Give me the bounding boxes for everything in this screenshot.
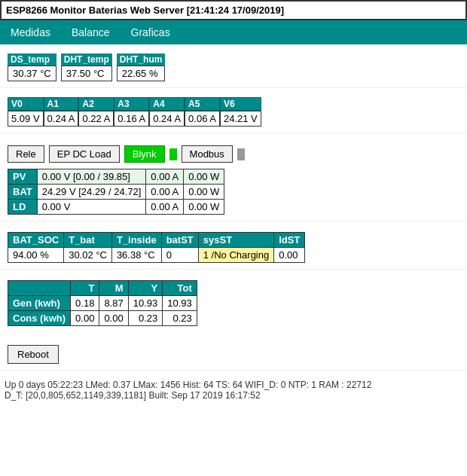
energy-cell-tot: 0.23 [163,311,197,326]
pv-row: PV 0.00 V [0.00 / 39.85] 0.00 A 0.00 W [8,169,224,185]
footer: Up 0 days 05:22:23 LMed: 0.37 LMax: 1456… [0,380,467,401]
dht-hum-value: 22.65 % [117,66,166,81]
v-value-v6: 24.21 V [220,111,261,127]
energy-col-y: Y [128,281,163,296]
reboot-button[interactable]: Reboot [8,345,59,364]
energy-cell-m: 0.00 [99,311,128,326]
pv-bat-ld-table: PV 0.00 V [0.00 / 39.85] 0.00 A 0.00 W B… [8,169,224,215]
blynk-indicator [169,148,177,160]
nav-bar: Medidas Balance Graficas [0,20,467,44]
sysst-value: 1 /No Charging [198,248,273,263]
energy-row: Cons (kwh)0.000.000.230.23 [8,311,197,326]
v-value-a3: 0.16 A [114,111,149,127]
bat-soc-value: 94.00 % [8,248,64,263]
nav-medidas[interactable]: Medidas [8,25,53,40]
bat-label: BAT [8,185,38,200]
v-cell-a1: A10.24 A [44,97,79,127]
t-bat-value: 30.02 °C [64,248,112,263]
energy-cell-t: 0.00 [71,311,99,326]
dht-temp-value: 37.50 °C [61,66,112,81]
v-cell-v0: V05.09 V [8,97,44,127]
ep-dc-load-button[interactable]: EP DC Load [49,145,120,163]
sysst-label: sysST [198,233,273,248]
modbus-button[interactable]: Modbus [182,145,233,163]
energy-col-m: M [99,281,128,296]
v-value-a2: 0.22 A [78,111,114,127]
v-label-a4: A4 [149,97,185,111]
ldst-value: 0.00 [274,248,305,263]
bat-row: BAT 24.29 V [24.29 / 24.72] 0.00 A 0.00 … [8,185,224,200]
status-table: BAT_SOC T_bat T_inside batST sysST ldST … [8,232,305,263]
energy-section: TMYTotGen (kwh)0.188.8710.9310.93Cons (k… [0,270,467,371]
dht-temp-cell: DHT_temp 37.50 °C [61,53,112,81]
energy-cell-t: 0.18 [71,296,99,311]
v-label-a5: A5 [185,97,220,111]
dht-hum-cell: DHT_hum 22.65 % [117,53,166,81]
app-title: ESP8266 Monitor Baterias Web Server [6,5,184,16]
title-bar: ESP8266 Monitor Baterias Web Server [21:… [0,0,467,20]
energy-table: TMYTotGen (kwh)0.188.8710.9310.93Cons (k… [8,280,197,326]
ds-temp-value: 30.37 °C [8,66,56,81]
energy-col-tot: Tot [163,281,197,296]
v-cell-a5: A50.06 A [185,97,220,127]
energy-col- [8,281,71,296]
v-value-a1: 0.24 A [44,111,79,127]
status-header-row: BAT_SOC T_bat T_inside batST sysST ldST [8,233,305,248]
status-section: BAT_SOC T_bat T_inside batST sysST ldST … [0,221,467,270]
energy-cell-label: Cons (kwh) [8,311,71,326]
ds-temp-label: DS_temp [8,53,56,66]
batst-label: batST [161,233,198,248]
v-cell-a3: A30.16 A [114,97,149,127]
t-inside-label: T_inside [111,233,161,248]
t-bat-label: T_bat [64,233,112,248]
nav-graficas[interactable]: Graficas [128,25,173,40]
energy-cell-label: Gen (kwh) [8,296,71,311]
status-value-row: 94.00 % 30.02 °C 36.38 °C 0 1 /No Chargi… [8,248,305,263]
pv-power: 0.00 W [184,169,224,185]
ld-row: LD 0.00 V 0.00 A 0.00 W [8,200,224,215]
nav-balance[interactable]: Balance [69,25,113,40]
v-value-a4: 0.24 A [149,111,185,127]
v-label-v6: V6 [220,97,261,111]
ld-power: 0.00 W [184,200,224,215]
energy-col-t: T [71,281,99,296]
dht-hum-label: DHT_hum [117,53,166,66]
buttons-section: Rele EP DC Load Blynk Modbus PV 0.00 V [… [0,133,467,221]
v-value-v0: 5.09 V [8,111,44,127]
v-label-a2: A2 [78,97,114,111]
v-label-a3: A3 [114,97,149,111]
footer-line2: D_T: [20,0,805,652,1149,339,1181] Built:… [5,390,462,401]
bat-voltage: 24.29 V [24.29 / 24.72] [37,185,146,200]
ldst-label: ldST [274,233,305,248]
pv-voltage: 0.00 V [0.00 / 39.85] [37,169,146,185]
bat-current: 0.00 A [146,185,184,200]
timestamp: [21:41:24 17/09/2019] [187,5,284,16]
dht-temp-label: DHT_temp [61,53,112,66]
sensors-section: DS_temp 30.37 °C DHT_temp 37.50 °C DHT_h… [0,44,467,88]
v-cell-v6: V624.21 V [220,97,261,127]
t-inside-value: 36.38 °C [111,248,161,263]
energy-cell-tot: 10.93 [163,296,197,311]
ld-current: 0.00 A [146,200,184,215]
ds-temp-cell: DS_temp 30.37 °C [8,53,56,81]
btn-row: Rele EP DC Load Blynk Modbus [8,145,459,163]
sensor-row: DS_temp 30.37 °C DHT_temp 37.50 °C DHT_h… [8,53,459,81]
energy-cell-m: 8.87 [99,296,128,311]
v-value-a5: 0.06 A [185,111,220,127]
v-label-a1: A1 [44,97,79,111]
pv-current: 0.00 A [146,169,184,185]
energy-cell-y: 0.23 [128,311,163,326]
bat-power: 0.00 W [184,185,224,200]
modbus-indicator [237,148,245,160]
v-cell-a4: A40.24 A [149,97,185,127]
blynk-button[interactable]: Blynk [124,145,165,163]
rele-button[interactable]: Rele [8,145,44,163]
ld-voltage: 0.00 V [37,200,146,215]
energy-cell-y: 10.93 [128,296,163,311]
v-label-v0: V0 [8,97,44,111]
energy-row: Gen (kwh)0.188.8710.9310.93 [8,296,197,311]
pv-label: PV [8,169,38,185]
ld-label: LD [8,200,38,215]
v-cell-a2: A20.22 A [78,97,114,127]
voltage-row: V05.09 VA10.24 AA20.22 AA30.16 AA40.24 A… [8,97,459,127]
